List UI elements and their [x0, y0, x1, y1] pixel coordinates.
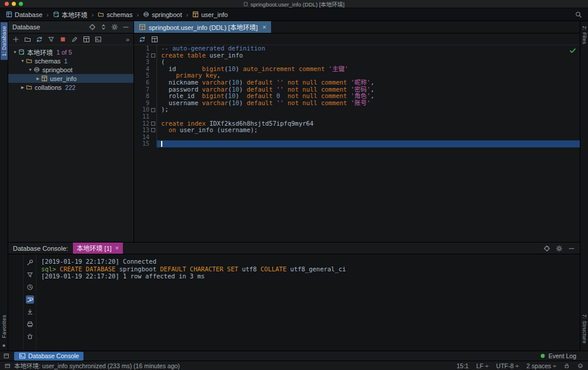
console-tab[interactable]: 本地环境 [1] × [73, 243, 123, 254]
chevron-down-icon[interactable]: ▼ [19, 59, 26, 63]
schemas-folder-icon [98, 11, 104, 18]
table-grid-icon[interactable] [83, 36, 90, 43]
chevron-down-icon[interactable]: ▼ [12, 50, 18, 54]
hector-icon[interactable] [577, 363, 583, 369]
editor-area: springboot.user_info (DDL) [本地环境] × 1-- … [134, 21, 580, 242]
fold-gutter [149, 79, 157, 86]
database-panel-title: Database [12, 23, 40, 31]
tree-item-count-badge: 222 [65, 84, 76, 91]
stop-icon[interactable] [59, 36, 66, 43]
tree-item-springboot[interactable]: ▼springboot [8, 65, 133, 74]
tree-item-本地环境[interactable]: ▼本地环境1 of 5 [8, 48, 133, 56]
chevron-right-icon[interactable]: ▶ [35, 76, 41, 81]
plus-icon[interactable] [12, 36, 19, 43]
left-stripe-bottom: Favorites ★ [1, 311, 8, 348]
gear-icon[interactable] [556, 245, 563, 252]
refresh-icon[interactable] [139, 36, 146, 43]
wrench-icon-button[interactable] [26, 258, 34, 267]
code-line: 15 [134, 140, 580, 147]
fold-gutter [149, 120, 157, 127]
editor-tab[interactable]: springboot.user_info (DDL) [本地环境] × [134, 21, 271, 33]
chevron-right-icon[interactable]: ▶ [19, 85, 26, 90]
encoding-widget[interactable]: UTF-8 ÷ [496, 362, 519, 369]
database-console-tool-button[interactable]: Database Console [14, 352, 83, 361]
fold-gutter [149, 93, 157, 100]
fold-marker-icon[interactable] [151, 128, 155, 132]
breadcrumb-item[interactable]: user_info [192, 11, 228, 18]
breadcrumb-item[interactable]: Database [6, 11, 42, 18]
close-tab-icon[interactable]: × [262, 23, 266, 31]
indent-widget[interactable]: 2 spaces ÷ [526, 362, 556, 369]
line-number: 2 [134, 52, 149, 59]
breadcrumb-item[interactable]: 本地环境 [53, 10, 88, 19]
fold-gutter [149, 59, 157, 66]
clock-icon-button[interactable] [26, 283, 34, 291]
fold-gutter [149, 45, 157, 52]
breadcrumb-label: Database [15, 11, 42, 18]
search-icon[interactable] [575, 11, 582, 18]
line-number: 4 [134, 66, 149, 73]
database-panel-header: Database [8, 21, 133, 33]
datasource-icon [18, 49, 25, 55]
printer-icon-button[interactable] [26, 320, 34, 328]
softwrap-icon-button[interactable] [26, 295, 34, 304]
collations-folder-icon [26, 84, 32, 90]
trash-icon-button[interactable] [26, 332, 34, 341]
console-header: Database Console: 本地环境 [1] × [8, 243, 580, 254]
filter-icon-button[interactable] [26, 271, 34, 279]
line-number: 3 [134, 59, 149, 66]
fold-gutter [149, 140, 157, 147]
code-editor[interactable]: 1-- auto-generated definition2create tab… [134, 45, 580, 242]
document-icon [243, 2, 248, 6]
console-body: [2019-01-19 22:17:20] Connectedsql> CREA… [8, 255, 580, 351]
scroll-end-icon-button[interactable] [26, 308, 34, 316]
breadcrumb-separator: › [136, 11, 139, 18]
line-ending-widget[interactable]: LF ÷ [476, 362, 489, 369]
filter-icon[interactable] [48, 36, 55, 43]
caret-position-widget[interactable]: 15:1 [456, 362, 468, 369]
close-window-button[interactable] [5, 2, 9, 6]
line-number: 7 [134, 86, 149, 93]
tool-stripe-favorites-button[interactable]: Favorites [1, 311, 8, 342]
pencil-icon[interactable] [71, 36, 78, 43]
tree-item-user_info[interactable]: ▶user_info [8, 74, 133, 83]
refresh-icon[interactable] [36, 36, 43, 43]
tree-item-label: user_info [50, 75, 76, 82]
hide-icon[interactable] [568, 245, 575, 252]
console-header-icons [543, 245, 575, 252]
target-icon[interactable] [89, 23, 96, 31]
console-icon[interactable] [95, 36, 102, 43]
lock-icon[interactable] [564, 363, 570, 369]
target-icon[interactable] [543, 245, 550, 252]
console-icon [19, 352, 26, 359]
gear-icon[interactable] [111, 23, 118, 31]
tool-stripe-structure-button[interactable]: 7: Structure [581, 311, 588, 347]
tree-item-label: collations [35, 84, 62, 91]
sort-icon[interactable] [100, 23, 107, 31]
event-log-button[interactable]: Event Log [534, 352, 581, 361]
tool-stripe-files-button[interactable]: 2: Files [581, 22, 588, 48]
table-grid-icon[interactable] [151, 36, 158, 43]
chevron-down-icon[interactable]: ▼ [27, 68, 34, 72]
fold-marker-icon[interactable] [151, 122, 155, 126]
code-text: create table user_info [157, 52, 243, 59]
more-actions-button[interactable]: » [126, 36, 129, 43]
hide-icon[interactable] [122, 23, 129, 31]
breadcrumb-label: springboot [152, 11, 182, 18]
tool-stripe-database-button[interactable]: 1: Database [1, 22, 8, 60]
open-folder-icon[interactable] [24, 36, 31, 43]
softwrap-icon [26, 296, 34, 303]
console-output: [2019-01-19 22:17:20] Connectedsql> CREA… [36, 255, 580, 351]
tree-item-schemas[interactable]: ▼schemas1 [8, 56, 133, 65]
breadcrumb-item[interactable]: springboot [143, 11, 182, 18]
minimize-window-button[interactable] [12, 2, 16, 6]
breadcrumb-item[interactable]: schemas [98, 11, 132, 18]
tree-item-collations[interactable]: ▶collations222 [8, 83, 133, 92]
zoom-window-button[interactable] [19, 2, 23, 6]
fold-marker-icon[interactable] [151, 108, 155, 112]
window-title-text: springboot.user_info (DDL) [本地环境] [250, 0, 345, 8]
fold-marker-icon[interactable] [151, 53, 155, 58]
close-console-tab-icon[interactable]: × [115, 244, 119, 251]
line-number: 9 [134, 100, 149, 107]
tool-window-switcher-icon[interactable] [4, 353, 9, 359]
